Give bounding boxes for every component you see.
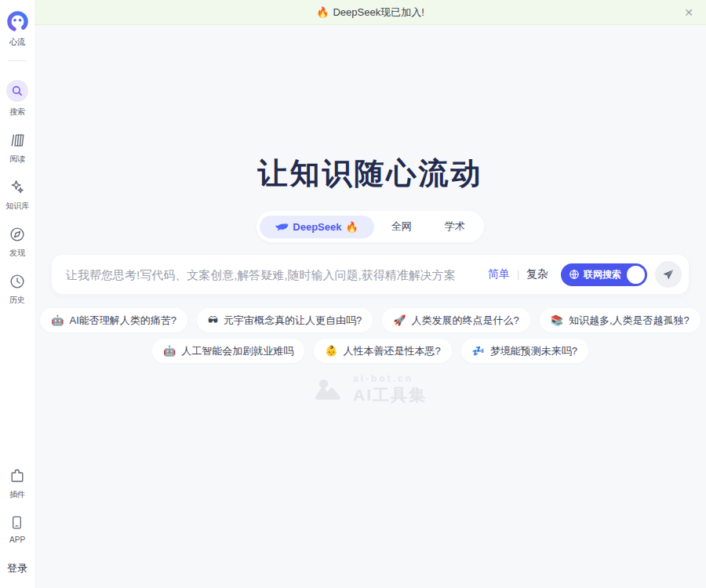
mode-complex-button[interactable]: 复杂 [526, 267, 548, 281]
chip-label: 人性本善还是性本恶? [343, 344, 440, 358]
deepseek-whale-icon [275, 222, 289, 232]
sidebar-item-history[interactable]: 历史 [9, 273, 26, 306]
suggestion-chip[interactable]: 🤖 人工智能会加剧就业难吗 [152, 339, 304, 363]
suggestion-chip[interactable]: 💤 梦境能预测未来吗? [461, 339, 588, 363]
suggestion-chip[interactable]: 🚀 人类发展的终点是什么? [382, 308, 530, 332]
sidebar-item-label: 历史 [9, 295, 25, 306]
mode-simple-button[interactable]: 简单 [488, 267, 510, 281]
robot-emoji-icon: 🤖 [163, 346, 176, 356]
sidebar-item-plugins[interactable]: 插件 [9, 467, 26, 500]
suggestion-chip[interactable]: 📚 知识越多,人类是否越孤独? [540, 308, 701, 332]
robot-emoji-icon: 🤖 [51, 315, 64, 325]
suggestion-chips-row-1: 🤖 AI能否理解人类的痛苦? 🕶 元宇宙概念真的让人更自由吗? 🚀 人类发展的终… [35, 308, 706, 332]
page-title: 让知识随心流动 [35, 154, 706, 194]
sidebar: 心流 搜索 阅读 知识库 [0, 0, 35, 588]
paper-plane-icon [662, 268, 675, 281]
search-bar: 简单 | 复杂 联网搜索 [52, 255, 689, 294]
sidebar-item-app[interactable]: APP [9, 514, 26, 544]
history-clock-icon [9, 273, 26, 290]
flame-icon: 🔥 [316, 6, 329, 18]
sidebar-item-label: 搜索 [9, 107, 25, 118]
sidebar-item-search[interactable]: 搜索 [6, 80, 28, 118]
chip-label: 知识越多,人类是否越孤独? [569, 314, 690, 328]
chip-label: 元宇宙概念真的让人更自由吗? [224, 314, 362, 328]
toggle-knob[interactable] [627, 266, 645, 284]
sunglasses-emoji-icon: 🕶 [208, 315, 218, 325]
sidebar-item-label: 知识库 [5, 201, 29, 212]
watermark: ai-bot.cn AI工具集 [35, 373, 706, 406]
sidebar-item-label: APP [9, 535, 25, 543]
watermark-domain: ai-bot.cn [353, 373, 427, 384]
chip-label: 人类发展的终点是什么? [411, 314, 519, 328]
tab-whole-web[interactable]: 全网 [376, 214, 428, 239]
baby-emoji-icon: 👶 [325, 346, 337, 356]
tab-label: 学术 [445, 220, 465, 234]
ai-bot-logo-icon [314, 378, 347, 401]
knowledge-base-icon [9, 179, 26, 196]
rocket-emoji-icon: 🚀 [393, 315, 406, 325]
compass-icon [9, 226, 26, 243]
sidebar-item-knowledge-base[interactable]: 知识库 [5, 179, 31, 212]
tab-label: 全网 [391, 220, 412, 234]
suggestion-chips-row-2: 🤖 人工智能会加剧就业难吗 👶 人性本善还是性本恶? 💤 梦境能预测未来吗? [35, 339, 706, 363]
search-input[interactable] [66, 268, 488, 281]
mode-divider: | [517, 269, 519, 280]
zzz-emoji-icon: 💤 [472, 346, 485, 356]
tab-deepseek[interactable]: DeepSeek 🔥 [260, 216, 373, 238]
banner-close-icon[interactable]: ✕ [684, 7, 693, 18]
sidebar-item-label: 阅读 [9, 154, 25, 165]
logo-label: 心流 [9, 37, 25, 48]
sidebar-item-reading[interactable]: 阅读 [9, 132, 26, 165]
search-scope-tabs: DeepSeek 🔥 全网 学术 [257, 211, 483, 242]
flame-icon: 🔥 [345, 221, 358, 233]
mobile-app-icon [9, 514, 25, 531]
web-search-toggle-label: 联网搜索 [584, 268, 621, 281]
main-content: 🔥 DeepSeek现已加入! ✕ 让知识随心流动 DeepSeek 🔥 全网 … [35, 0, 706, 588]
chip-label: AI能否理解人类的痛苦? [69, 314, 176, 328]
chip-label: 人工智能会加剧就业难吗 [181, 344, 293, 358]
sidebar-item-label: 发现 [9, 248, 25, 259]
books-emoji-icon: 📚 [551, 315, 563, 325]
watermark-title: AI工具集 [353, 384, 427, 406]
chip-label: 梦境能预测未来吗? [490, 344, 577, 358]
tab-label: DeepSeek [293, 221, 341, 233]
banner-text: DeepSeek现已加入! [333, 5, 424, 20]
sidebar-item-discover[interactable]: 发现 [9, 226, 26, 259]
app-logo[interactable]: 心流 [7, 11, 28, 48]
xinliu-logo-icon [7, 11, 28, 32]
send-button[interactable] [655, 261, 682, 288]
suggestion-chip[interactable]: 👶 人性本善还是性本恶? [314, 339, 451, 363]
sidebar-divider [8, 60, 27, 61]
globe-icon [569, 269, 580, 280]
plugin-puzzle-icon [9, 467, 26, 485]
search-icon [6, 80, 28, 102]
announcement-banner: 🔥 DeepSeek现已加入! ✕ [35, 0, 706, 25]
web-search-toggle[interactable]: 联网搜索 [561, 263, 647, 286]
suggestion-chip[interactable]: 🤖 AI能否理解人类的痛苦? [40, 308, 187, 332]
login-button[interactable]: 登录 [7, 561, 27, 575]
sidebar-item-label: 插件 [9, 489, 25, 500]
sidebar-bottom: 插件 APP 登录 [7, 467, 27, 575]
suggestion-chip[interactable]: 🕶 元宇宙概念真的让人更自由吗? [197, 308, 373, 332]
tab-academic[interactable]: 学术 [429, 214, 481, 239]
reading-icon [9, 132, 26, 149]
